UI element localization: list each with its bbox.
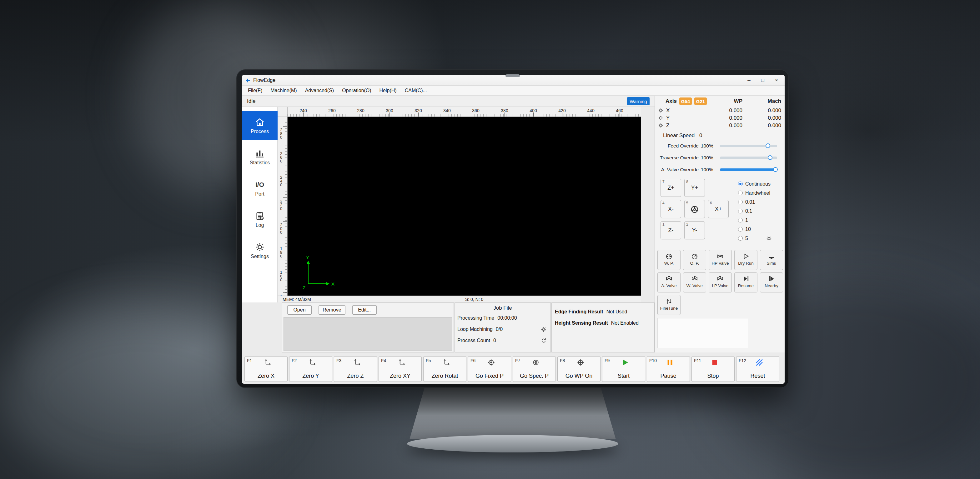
close-button[interactable]: ×	[770, 75, 783, 86]
fkey-pause-button[interactable]: F10Pause	[647, 356, 690, 382]
edit-button[interactable]: Edit...	[352, 305, 377, 315]
sidebar: ProcessStatisticsI/OPortLogSettings	[242, 107, 278, 303]
mach-column-header: Mach	[758, 98, 781, 105]
hp-valve-button[interactable]: HP Valve	[709, 250, 732, 270]
fkey-zero-rotat-button[interactable]: F5Zero Rotat	[423, 356, 466, 382]
warning-button[interactable]: Warning	[627, 97, 649, 105]
jog-y-button[interactable]: 8Y+	[684, 179, 705, 197]
axis-letter: Z	[666, 122, 669, 129]
jog-x-button[interactable]: 4X-	[660, 200, 681, 218]
menu-item-operation-o[interactable]: Operation(O)	[338, 86, 375, 95]
gear-icon[interactable]	[541, 326, 547, 333]
axis-panel: Axis G54 G21 WP Mach X0.0000.000Y0.0000.…	[655, 96, 784, 352]
ruler-tick	[390, 113, 390, 117]
fkey-zero-y-button[interactable]: F2Zero Y	[289, 356, 332, 382]
mode-option-handwheel[interactable]: Handwheel	[738, 189, 772, 197]
fkey-zero-z-button[interactable]: F3Zero Z	[334, 356, 377, 382]
job-row-value: 0/0	[496, 327, 503, 332]
maximize-button[interactable]: □	[756, 75, 770, 86]
origin-icon	[576, 358, 585, 366]
w-p-button[interactable]: W. P.	[657, 250, 681, 270]
jog-z-button[interactable]: 7Z+	[660, 179, 681, 197]
mode-option-0-01[interactable]: 0.01	[738, 197, 772, 206]
axis-target-icon	[658, 123, 663, 128]
job-row-label: Processing Time	[457, 315, 494, 321]
menu-item-file-f[interactable]: File(F)	[244, 86, 266, 95]
minimize-button[interactable]: –	[742, 75, 756, 86]
radio-icon	[738, 209, 743, 213]
zero-icon	[308, 358, 317, 366]
simu-button[interactable]: Simu	[760, 250, 783, 270]
sidebar-item-label: Statistics	[250, 160, 270, 166]
menu-item-advanced-s[interactable]: Advanced(S)	[301, 86, 338, 95]
nearby-button[interactable]: Nearby	[760, 273, 783, 292]
mode-option-1[interactable]: 1	[738, 216, 772, 225]
fkey-go-fixed-p-button[interactable]: F6Go Fixed P	[468, 356, 511, 382]
feed-override-row: Feed Override100%	[655, 140, 784, 152]
sidebar-item-process[interactable]: Process	[242, 111, 278, 140]
zero-icon	[353, 358, 361, 366]
radio-icon	[738, 218, 743, 222]
traverse-override-slider[interactable]	[720, 157, 777, 159]
jog-y-button[interactable]: 2Y-	[684, 221, 705, 240]
g21-badge[interactable]: G21	[694, 97, 707, 105]
fkey-go-spec-p-button[interactable]: F7Go Spec. P	[513, 356, 556, 382]
dry-run-button[interactable]: Dry Run	[734, 250, 757, 270]
menu-item-machine-m[interactable]: Machine(M)	[266, 86, 301, 95]
mode-option-0-1[interactable]: 0.1	[738, 206, 772, 216]
a-valve-override-slider[interactable]	[720, 168, 777, 171]
ruler-tick	[591, 113, 591, 117]
open-button[interactable]: Open	[287, 305, 312, 315]
fkey-go-wp-ori-button[interactable]: F8Go WP Ori	[557, 356, 600, 382]
fkey-zero-xy-button[interactable]: F4Zero XY	[379, 356, 422, 382]
mode-option-5[interactable]: 5	[738, 234, 772, 243]
finetune-button[interactable]: FineTune	[657, 295, 681, 315]
menu-item-cam-c[interactable]: CAM(C)...	[401, 86, 431, 95]
monitor: FlowEdge – □ × File(F)Machine(M)Advanced…	[236, 69, 789, 388]
menu-item-help-h[interactable]: Help(H)	[375, 86, 401, 95]
file-list[interactable]	[283, 317, 452, 351]
refresh-icon[interactable]	[541, 338, 547, 344]
remove-button[interactable]: Remove	[318, 305, 345, 315]
step-settings-gear-icon[interactable]	[766, 236, 772, 241]
pause-icon	[666, 358, 674, 366]
sidebar-item-port[interactable]: I/OPort	[242, 174, 278, 203]
sidebar-item-log[interactable]: Log	[242, 205, 278, 234]
jog-mode-options: ContinuousHandwheel0.010.11105	[738, 179, 772, 243]
drawing-canvas[interactable]: Y X Z	[288, 117, 641, 296]
fkey-hint: F3	[336, 358, 341, 363]
jog-handwheel-button[interactable]: 5	[684, 200, 705, 218]
fkey-zero-x-button[interactable]: F1Zero X	[245, 356, 288, 382]
fkey-reset-button[interactable]: F12Reset	[736, 356, 779, 382]
slider-handle[interactable]	[773, 167, 778, 172]
a-valve-button[interactable]: A. Valve	[657, 273, 681, 292]
fkey-stop-button[interactable]: F11Stop	[692, 356, 735, 382]
jog-z-button[interactable]: 1Z-	[660, 221, 681, 240]
ruler-label: 220	[279, 199, 283, 210]
g54-badge[interactable]: G54	[679, 97, 692, 105]
sidebar-item-settings[interactable]: Settings	[242, 236, 278, 265]
control-button-label: W. Valve	[683, 283, 706, 288]
axis-letter: X	[666, 108, 670, 114]
memory-status: MEM: 4M/32M	[283, 297, 311, 302]
mode-option-continuous[interactable]: Continuous	[738, 179, 772, 189]
w-valve-button[interactable]: W. Valve	[683, 273, 706, 292]
control-button-label: HP Valve	[709, 261, 732, 266]
slider-handle[interactable]	[765, 143, 770, 148]
ruler-tick	[418, 113, 418, 117]
jog-x-button[interactable]: 6X+	[708, 200, 729, 218]
feed-override-slider[interactable]	[720, 145, 777, 147]
resume-button[interactable]: Resume	[734, 273, 757, 292]
o-p-button[interactable]: O. P.	[683, 250, 706, 270]
sidebar-item-statistics[interactable]: Statistics	[242, 143, 278, 171]
radio-icon	[738, 236, 743, 241]
fkey-start-button[interactable]: F9Start	[602, 356, 645, 382]
fkey-hint: F9	[605, 358, 609, 363]
lp-valve-button[interactable]: LP Valve	[709, 273, 732, 292]
mode-option-10[interactable]: 10	[738, 225, 772, 234]
handwheel-icon	[690, 205, 699, 214]
fkey-label: Go Spec. P	[513, 373, 555, 379]
monitor-stand-base	[407, 435, 618, 452]
slider-handle[interactable]	[768, 155, 772, 160]
message-box	[657, 318, 748, 348]
